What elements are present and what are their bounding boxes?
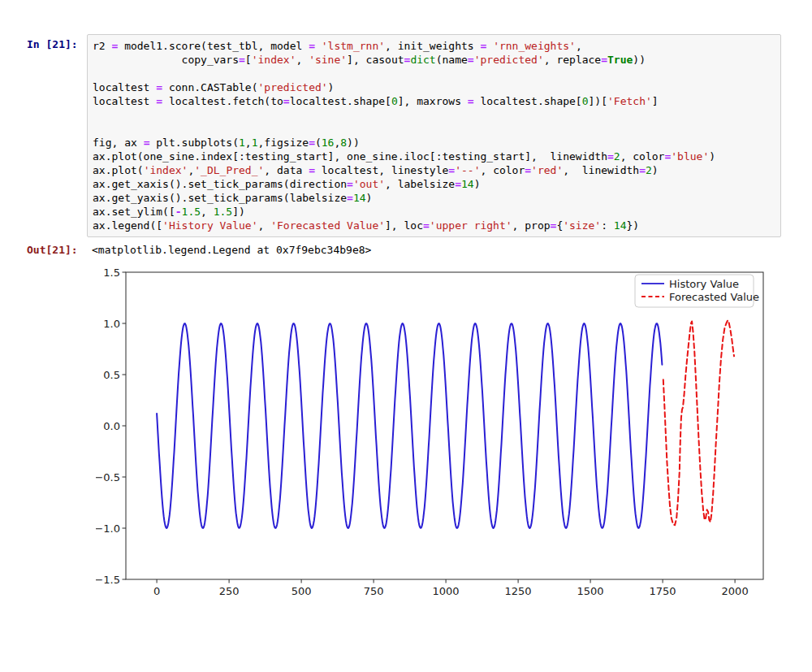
code-line bbox=[93, 108, 775, 122]
code-line: ax.get_yaxis().set_tick_params(labelsize… bbox=[93, 191, 775, 205]
code-line: ax.legend(['History Value', 'Forecasted … bbox=[93, 219, 775, 232]
x-tick-label: 2000 bbox=[722, 585, 749, 597]
series-forecasted-value bbox=[663, 320, 734, 525]
y-tick-label: 0.0 bbox=[103, 420, 120, 432]
code-line bbox=[93, 122, 775, 136]
code-line: ax.get_xaxis().set_tick_params(direction… bbox=[93, 177, 775, 191]
x-tick-label: 1250 bbox=[505, 585, 532, 597]
output-prompt: Out[21]: bbox=[27, 244, 78, 256]
plot-figure: 025050075010001250150017502000−1.5−1.0−0… bbox=[96, 262, 810, 652]
axes-spines bbox=[126, 272, 763, 579]
code-line: ax.set_ylim([-1.5, 1.5]) bbox=[93, 205, 775, 219]
code-line: ax.plot('index','_DL_Pred_', data = loca… bbox=[93, 163, 775, 177]
notebook-page: { "cell": { "input_prompt": "In [21]:", … bbox=[0, 0, 812, 672]
code-line: localtest = conn.CASTable('predicted') bbox=[93, 80, 775, 94]
x-tick-label: 1000 bbox=[433, 585, 460, 597]
y-tick-label: 1.0 bbox=[103, 318, 120, 330]
code-lines: r2 = model1.score(test_tbl, model = 'lst… bbox=[93, 39, 775, 232]
y-tick-label: 0.5 bbox=[103, 369, 120, 381]
x-tick-label: 500 bbox=[292, 585, 312, 597]
x-tick-label: 1500 bbox=[577, 585, 604, 597]
x-tick-label: 0 bbox=[153, 585, 160, 597]
x-tick-label: 250 bbox=[219, 585, 240, 597]
y-tick-label: 1.5 bbox=[103, 267, 120, 279]
code-line bbox=[93, 67, 775, 80]
code-line: localtest = localtest.fetch(to=localtest… bbox=[93, 94, 775, 108]
code-line: copy_vars=['index', 'sine'], casout=dict… bbox=[93, 53, 775, 67]
code-line: fig, ax = plt.subplots(1,1,figsize=(16,8… bbox=[93, 136, 775, 150]
legend-label: History Value bbox=[669, 278, 739, 290]
input-prompt: In [21]: bbox=[27, 38, 78, 50]
legend-label: Forecasted Value bbox=[669, 291, 759, 303]
code-cell-input[interactable]: r2 = model1.score(test_tbl, model = 'lst… bbox=[87, 34, 781, 237]
output-value: <matplotlib.legend.Legend at 0x7f9ebc34b… bbox=[92, 244, 371, 256]
x-tick-label: 750 bbox=[364, 585, 384, 597]
y-tick-label: −1.5 bbox=[96, 574, 120, 586]
x-tick-label: 1750 bbox=[650, 585, 676, 597]
y-tick-label: −0.5 bbox=[96, 471, 120, 483]
y-tick-label: −1.0 bbox=[96, 522, 120, 535]
code-line: ax.plot(one_sine.index[:testing_start], … bbox=[93, 150, 775, 163]
code-line: r2 = model1.score(test_tbl, model = 'lst… bbox=[93, 39, 775, 53]
series-history-value bbox=[157, 323, 662, 528]
